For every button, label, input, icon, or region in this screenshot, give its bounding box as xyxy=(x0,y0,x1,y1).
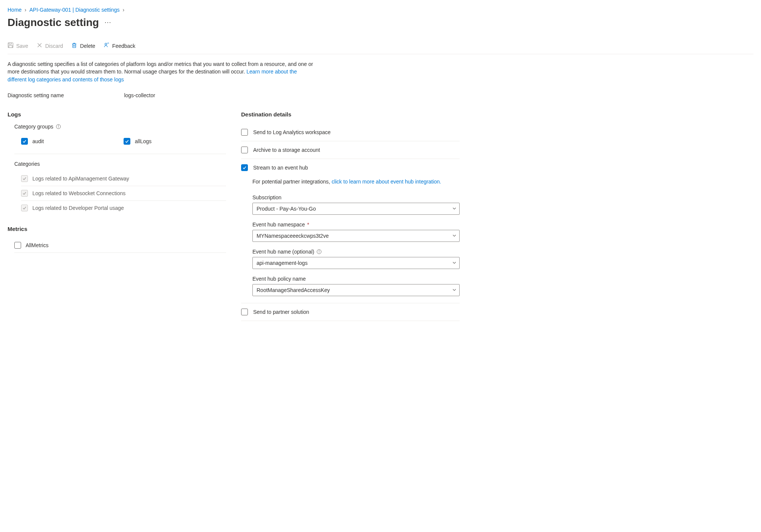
namespace-value: MYNamespaceeeckcwps3t2ve xyxy=(257,233,329,239)
subscription-select[interactable]: Product - Pay-As-You-Go xyxy=(252,203,460,215)
subscription-label: Subscription xyxy=(252,194,460,200)
trash-icon xyxy=(71,42,77,49)
breadcrumb-home[interactable]: Home xyxy=(8,7,21,13)
setting-name-label: Diagnostic setting name xyxy=(8,92,64,98)
destination-column: Destination details Send to Log Analytic… xyxy=(241,111,460,321)
checkbox-cat-devportal xyxy=(21,205,28,211)
discard-button[interactable]: Discard xyxy=(37,41,63,50)
dest-law-label: Send to Log Analytics workspace xyxy=(253,129,330,135)
delete-button[interactable]: Delete xyxy=(71,41,95,50)
toolbar: Save Discard Delete Feedba xyxy=(8,41,753,54)
required-asterisk: * xyxy=(307,222,309,228)
all-metrics-label: AllMetrics xyxy=(26,242,49,248)
breadcrumb: Home › API-Gateway-001 | Diagnostic sett… xyxy=(8,7,753,13)
policy-select[interactable]: RootManageSharedAccessKey xyxy=(252,284,460,296)
metrics-heading: Metrics xyxy=(8,226,226,232)
save-icon xyxy=(8,42,14,49)
checkbox-dest-storage[interactable] xyxy=(241,147,248,153)
delete-label: Delete xyxy=(80,43,95,49)
namespace-label: Event hub namespace xyxy=(252,222,305,228)
save-label: Save xyxy=(16,43,28,49)
cat-gateway-label: Logs related to ApiManagement Gateway xyxy=(32,176,129,182)
svg-point-15 xyxy=(58,125,58,126)
eventhub-partner-text: For potential partner integrations, clic… xyxy=(252,179,460,185)
namespace-select[interactable]: MYNamespaceeeckcwps3t2ve xyxy=(252,230,460,242)
categories-label: Categories xyxy=(14,161,226,167)
checkbox-dest-eventhub[interactable] xyxy=(241,164,248,171)
policy-label: Event hub policy name xyxy=(252,276,460,282)
hubname-label: Event hub name (optional) xyxy=(252,249,314,255)
svg-rect-2 xyxy=(9,46,12,48)
setting-name-value: logs-collector xyxy=(124,92,155,98)
more-actions-icon[interactable]: ⋯ xyxy=(104,18,112,27)
svg-rect-5 xyxy=(73,44,76,48)
checkbox-cat-gateway xyxy=(21,175,28,182)
subscription-value: Product - Pay-As-You-Go xyxy=(257,206,316,212)
dest-partner-label: Send to partner solution xyxy=(253,309,309,315)
cat-websocket-label: Logs related to Websocket Connections xyxy=(32,190,125,196)
checkbox-all-logs[interactable] xyxy=(124,138,130,145)
logs-metrics-column: Logs Category groups audit xyxy=(8,111,226,321)
partner-text-prefix: For potential partner integrations, xyxy=(252,179,332,185)
save-button[interactable]: Save xyxy=(8,41,28,50)
hubname-value: api-management-logs xyxy=(257,260,307,266)
close-icon xyxy=(37,42,43,49)
checkbox-all-metrics[interactable] xyxy=(14,242,21,249)
partner-integration-link[interactable]: click to learn more about event hub inte… xyxy=(332,179,441,185)
feedback-label: Feedback xyxy=(112,43,135,49)
description-text: A diagnostic setting specifies a list of… xyxy=(8,60,316,83)
checkbox-cat-websocket xyxy=(21,190,28,197)
category-groups-label: Category groups xyxy=(14,124,226,130)
audit-label: audit xyxy=(32,138,44,144)
svg-point-18 xyxy=(319,251,319,251)
checkbox-dest-partner[interactable] xyxy=(241,309,248,315)
chevron-right-icon: › xyxy=(24,7,26,13)
svg-rect-1 xyxy=(9,43,11,44)
svg-point-12 xyxy=(105,43,107,45)
destination-heading: Destination details xyxy=(241,111,460,118)
cat-devportal-label: Logs related to Developer Portal usage xyxy=(32,205,124,211)
checkbox-dest-law[interactable] xyxy=(241,129,248,136)
policy-value: RootManageSharedAccessKey xyxy=(257,287,330,293)
checkbox-audit[interactable] xyxy=(21,138,28,145)
dest-eventhub-label: Stream to an event hub xyxy=(253,165,308,171)
page-title: Diagnostic setting xyxy=(8,17,99,29)
all-logs-label: allLogs xyxy=(135,138,151,144)
chevron-right-icon: › xyxy=(122,7,124,13)
info-icon[interactable] xyxy=(316,249,322,254)
feedback-icon xyxy=(104,42,110,49)
hubname-select[interactable]: api-management-logs xyxy=(252,257,460,269)
logs-heading: Logs xyxy=(8,111,226,118)
feedback-button[interactable]: Feedback xyxy=(104,41,135,50)
dest-storage-label: Archive to a storage account xyxy=(253,147,320,153)
divider xyxy=(241,321,460,321)
discard-label: Discard xyxy=(45,43,63,49)
breadcrumb-resource[interactable]: API-Gateway-001 | Diagnostic settings xyxy=(29,7,119,13)
category-groups-text: Category groups xyxy=(14,124,53,130)
info-icon[interactable] xyxy=(56,124,61,129)
